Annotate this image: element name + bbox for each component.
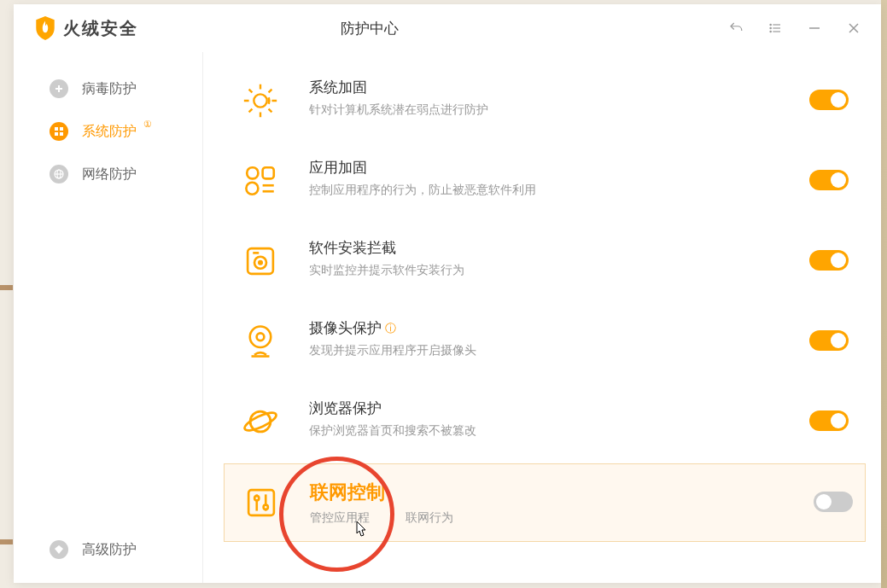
setting-row-app-hardening: 应用加固 控制应用程序的行为，防止被恶意软件利用 <box>203 141 881 221</box>
setting-title: 系统加固 <box>309 78 785 97</box>
info-badge-icon: ① <box>143 119 152 130</box>
sidebar-item-label: 高级防护 <box>82 541 137 559</box>
webcam-icon <box>236 317 285 366</box>
setting-desc: 控制应用程序的行为，防止被恶意软件利用 <box>309 183 785 198</box>
close-icon <box>848 22 860 34</box>
svg-point-27 <box>259 261 262 265</box>
svg-point-28 <box>250 327 271 348</box>
sidebar-item-advanced[interactable]: 高级防护 <box>14 528 202 583</box>
svg-rect-20 <box>263 167 274 178</box>
svg-point-32 <box>242 410 278 434</box>
globe-circle-icon <box>50 165 68 183</box>
toggle-network-control[interactable] <box>814 492 853 512</box>
apps-icon <box>236 156 285 206</box>
menu-button[interactable] <box>760 13 791 44</box>
undo-icon <box>728 20 744 36</box>
svg-rect-12 <box>60 127 63 131</box>
setting-desc: 实时监控并提示软件安装行为 <box>309 263 785 278</box>
svg-rect-19 <box>247 167 258 178</box>
sidebar-item-label: 网络防护 <box>82 166 137 183</box>
sidebar: 病毒防护 系统防护 ① 网络防护 高级防护 <box>14 52 203 583</box>
sidebar-item-label: 病毒防护 <box>82 80 137 98</box>
toggle-camera[interactable] <box>809 330 849 351</box>
setting-desc: 针对计算机系统潜在弱点进行防护 <box>309 102 785 118</box>
setting-title: 应用加固 <box>309 158 785 178</box>
setting-row-camera: 摄像头保护ⓘ 发现并提示应用程序开启摄像头 <box>203 301 881 381</box>
gear-icon <box>236 76 285 125</box>
setting-row-browser: 浏览器保护 保护浏览器首页和搜索不被篡改 <box>203 381 881 462</box>
plus-circle-icon <box>50 79 68 98</box>
minimize-icon <box>808 22 820 34</box>
sidebar-item-virus[interactable]: 病毒防护 <box>14 67 202 110</box>
install-block-icon <box>236 236 285 286</box>
setting-row-system-hardening: 系统加固 针对计算机系统潜在弱点进行防护 <box>203 61 881 141</box>
toggle-install-block[interactable] <box>809 250 849 271</box>
setting-desc: 保护浏览器首页和搜索不被篡改 <box>309 423 785 439</box>
svg-point-21 <box>246 183 258 195</box>
svg-point-4 <box>770 27 771 28</box>
planet-icon <box>236 397 285 446</box>
svg-point-35 <box>254 496 259 500</box>
close-button[interactable] <box>838 13 869 44</box>
windows-circle-icon <box>50 122 68 141</box>
setting-row-install-block: 软件安装拦截 实时监控并提示软件安装行为 <box>203 221 881 301</box>
setting-title: 软件安装拦截 <box>309 238 785 258</box>
diamond-circle-icon <box>50 540 68 559</box>
info-badge-icon: ⓘ <box>385 321 396 336</box>
svg-point-5 <box>770 31 771 32</box>
svg-rect-14 <box>60 132 63 136</box>
svg-point-3 <box>770 24 771 25</box>
svg-point-29 <box>257 333 265 341</box>
setting-title: 联网控制 <box>310 480 790 505</box>
sliders-icon <box>236 478 286 527</box>
sidebar-item-label: 系统防护 <box>82 123 137 141</box>
window-controls <box>721 13 869 44</box>
toggle-system-hardening[interactable] <box>809 90 849 110</box>
titlebar: 火绒安全 防护中心 <box>14 4 881 52</box>
svg-rect-11 <box>55 127 58 131</box>
minimize-button[interactable] <box>799 13 830 44</box>
content-area: 系统加固 针对计算机系统潜在弱点进行防护 应用加固 控制应用程序的行为，防止被恶… <box>203 52 881 583</box>
toggle-app-hardening[interactable] <box>809 170 849 190</box>
setting-title: 摄像头保护ⓘ <box>309 318 785 338</box>
app-window: 火绒安全 防护中心 病毒防护 <box>14 4 881 583</box>
svg-point-18 <box>254 94 266 107</box>
sidebar-item-system[interactable]: 系统防护 ① <box>14 110 202 153</box>
list-icon <box>768 21 782 35</box>
page-title: 防护中心 <box>19 19 721 38</box>
setting-desc: 发现并提示应用程序开启摄像头 <box>309 343 785 358</box>
svg-point-37 <box>264 505 268 509</box>
sidebar-item-network[interactable]: 网络防护 <box>14 153 202 195</box>
toggle-browser[interactable] <box>809 410 849 431</box>
svg-rect-33 <box>248 490 274 515</box>
setting-desc: 管控应用程 联网行为 <box>310 510 790 526</box>
setting-title: 浏览器保护 <box>309 399 785 418</box>
back-button[interactable] <box>721 13 751 44</box>
svg-rect-13 <box>55 132 58 136</box>
setting-row-network-control[interactable]: 联网控制 管控应用程 联网行为 <box>224 463 866 542</box>
